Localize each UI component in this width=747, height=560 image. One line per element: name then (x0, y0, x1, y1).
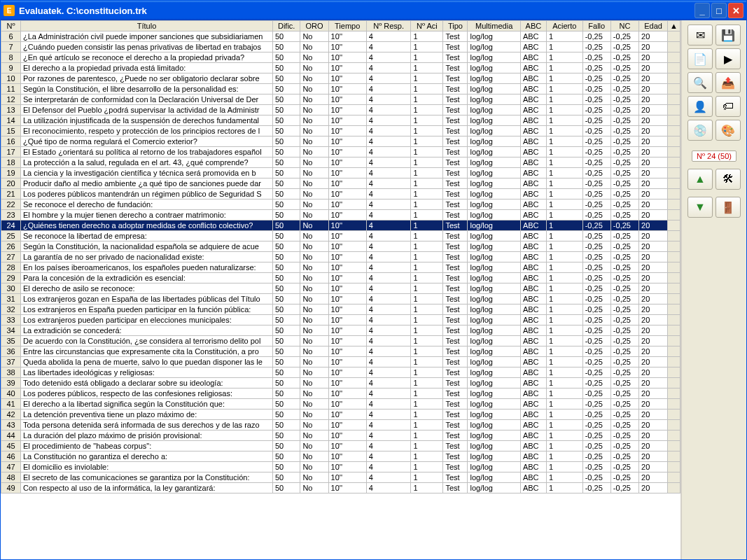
cell-edad[interactable]: 20 (639, 200, 668, 210)
cell-fallo[interactable]: -0,25 (582, 178, 610, 189)
cell-fallo[interactable]: -0,25 (582, 357, 610, 368)
column-header[interactable]: ORO (300, 21, 328, 31)
cell-multimedia[interactable]: log/log (468, 210, 520, 220)
cell-tipo[interactable]: Test (443, 399, 468, 410)
cell-multimedia[interactable]: log/log (468, 262, 520, 273)
cell-nresp[interactable]: 4 (366, 420, 411, 430)
cell-nresp[interactable]: 4 (366, 462, 411, 472)
cell-abc[interactable]: ABC (520, 200, 546, 210)
cell-tipo[interactable]: Test (443, 136, 468, 147)
cell-fallo[interactable]: -0,25 (582, 158, 610, 168)
cell-oro[interactable]: No (300, 430, 328, 441)
cell-nc[interactable]: -0,25 (610, 399, 638, 410)
table-row[interactable]: 22Se reconoce el derecho de fundación:50… (1, 200, 680, 210)
cell-oro[interactable]: No (300, 441, 328, 451)
cell-multimedia[interactable]: log/log (468, 430, 520, 441)
cell-nresp[interactable]: 4 (366, 441, 411, 451)
cell-tipo[interactable]: Test (443, 158, 468, 168)
cell-tiempo[interactable]: 10'' (328, 451, 366, 462)
cell-oro[interactable]: No (300, 252, 328, 262)
cell-dific[interactable]: 50 (273, 451, 300, 462)
cell-n[interactable]: 46 (1, 451, 21, 462)
cell-multimedia[interactable]: log/log (468, 241, 520, 252)
cell-fallo[interactable]: -0,25 (582, 441, 610, 451)
cell-oro[interactable]: No (300, 84, 328, 94)
cell-dific[interactable]: 50 (273, 284, 300, 294)
cell-multimedia[interactable]: log/log (468, 42, 520, 52)
cell-n[interactable]: 28 (1, 262, 21, 273)
cell-tiempo[interactable]: 10'' (328, 115, 366, 126)
cell-naci[interactable]: 1 (411, 336, 443, 346)
cell-tiempo[interactable]: 10'' (328, 168, 366, 178)
cell-titulo[interactable]: Para la concesión de la extradición es e… (21, 273, 273, 284)
cell-tiempo[interactable]: 10'' (328, 273, 366, 284)
cell-naci[interactable]: 1 (411, 346, 443, 357)
cell-fallo[interactable]: -0,25 (582, 410, 610, 420)
cell-acierto[interactable]: 1 (546, 74, 582, 84)
cell-dific[interactable]: 50 (273, 136, 300, 147)
cell-edad[interactable]: 20 (639, 31, 668, 42)
cell-nc[interactable]: -0,25 (610, 31, 638, 42)
cell-titulo[interactable]: La detención preventiva tiene un plazo m… (21, 410, 273, 420)
cell-titulo[interactable]: ¿En qué artículo se reconoce el derecho … (21, 52, 273, 63)
cell-tipo[interactable]: Test (443, 105, 468, 115)
table-row[interactable]: 16¿Qué tipo de norma regulará el Comerci… (1, 136, 680, 147)
cell-dific[interactable]: 50 (273, 326, 300, 336)
cell-multimedia[interactable]: log/log (468, 315, 520, 326)
cell-titulo[interactable]: Los extranjeros pueden participar en ele… (21, 315, 273, 326)
table-row[interactable]: 45El procedimiento de "habeas corpus":50… (1, 441, 680, 451)
cell-tipo[interactable]: Test (443, 52, 468, 63)
cell-naci[interactable]: 1 (411, 252, 443, 262)
cell-multimedia[interactable]: log/log (468, 368, 520, 378)
cell-tipo[interactable]: Test (443, 210, 468, 220)
cell-dific[interactable]: 50 (273, 63, 300, 74)
cell-acierto[interactable]: 1 (546, 441, 582, 451)
cell-naci[interactable]: 1 (411, 420, 443, 430)
cell-nc[interactable]: -0,25 (610, 74, 638, 84)
cell-tipo[interactable]: Test (443, 126, 468, 136)
cell-naci[interactable]: 1 (411, 63, 443, 74)
cell-naci[interactable]: 1 (411, 220, 443, 231)
cell-fallo[interactable]: -0,25 (582, 388, 610, 399)
cell-nresp[interactable]: 4 (366, 158, 411, 168)
cell-tiempo[interactable]: 10'' (328, 220, 366, 231)
table-row[interactable]: 9El derecho a la propiedad privada está … (1, 63, 680, 74)
cell-nresp[interactable]: 4 (366, 168, 411, 178)
cell-fallo[interactable]: -0,25 (582, 304, 610, 315)
cell-n[interactable]: 16 (1, 136, 21, 147)
column-header[interactable]: Nº (1, 21, 21, 31)
cell-tiempo[interactable]: 10'' (328, 378, 366, 388)
cell-titulo[interactable]: El derecho a la propiedad privada está l… (21, 63, 273, 74)
cell-multimedia[interactable]: log/log (468, 304, 520, 315)
cell-abc[interactable]: ABC (520, 210, 546, 220)
cell-tiempo[interactable]: 10'' (328, 441, 366, 451)
cell-tiempo[interactable]: 10'' (328, 74, 366, 84)
cell-acierto[interactable]: 1 (546, 210, 582, 220)
column-header[interactable]: Dific. (273, 21, 300, 31)
table-row[interactable]: 8¿En qué artículo se reconoce el derecho… (1, 52, 680, 63)
cell-fallo[interactable]: -0,25 (582, 294, 610, 304)
config-button[interactable]: 🛠 (715, 169, 741, 190)
cell-fallo[interactable]: -0,25 (582, 346, 610, 357)
cell-nc[interactable]: -0,25 (610, 273, 638, 284)
cell-tiempo[interactable]: 10'' (328, 262, 366, 273)
cell-tipo[interactable]: Test (443, 94, 468, 105)
table-row[interactable]: 27La garantía de no ser privado de nacio… (1, 252, 680, 262)
cell-multimedia[interactable]: log/log (468, 31, 520, 42)
cell-abc[interactable]: ABC (520, 368, 546, 378)
cell-oro[interactable]: No (300, 378, 328, 388)
cell-tipo[interactable]: Test (443, 189, 468, 200)
cell-edad[interactable]: 20 (639, 84, 668, 94)
cell-acierto[interactable]: 1 (546, 231, 582, 241)
cell-tiempo[interactable]: 10'' (328, 52, 366, 63)
cell-tipo[interactable]: Test (443, 462, 468, 472)
cell-dific[interactable]: 50 (273, 84, 300, 94)
cell-multimedia[interactable]: log/log (468, 84, 520, 94)
cell-edad[interactable]: 20 (639, 410, 668, 420)
cell-fallo[interactable]: -0,25 (582, 399, 610, 410)
cell-naci[interactable]: 1 (411, 388, 443, 399)
cell-oro[interactable]: No (300, 284, 328, 294)
cell-n[interactable]: 19 (1, 168, 21, 178)
cell-fallo[interactable]: -0,25 (582, 462, 610, 472)
cell-abc[interactable]: ABC (520, 378, 546, 388)
